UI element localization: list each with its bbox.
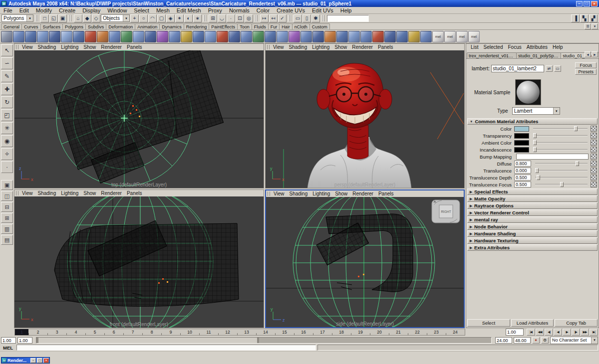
shelf-icon[interactable]: mel (468, 31, 480, 42)
ae-menu-item[interactable]: Selected (481, 44, 506, 50)
select-tool-icon[interactable]: ↖ (1, 44, 13, 56)
viewport-persp-canvas[interactable]: x y persp (defaultRenderLayer) (266, 50, 464, 188)
animation-end-field[interactable]: 48.00 (514, 337, 531, 344)
shelf-icon[interactable] (13, 31, 24, 42)
timeline-frame[interactable]: 17 (313, 329, 332, 335)
shelf-icon[interactable] (169, 31, 180, 42)
shelf-icon[interactable] (121, 31, 132, 42)
panel-grip-icon[interactable] (268, 191, 270, 196)
timeline-frame[interactable]: 22 (408, 329, 427, 335)
texture-map-button[interactable] (591, 175, 597, 181)
slider-handle[interactable] (535, 168, 539, 173)
shelf-icon[interactable] (217, 31, 228, 42)
viewport-menu-item[interactable]: Panels (375, 44, 396, 50)
tab-scroll-right-icon[interactable]: ► (592, 51, 598, 57)
shelf-tab[interactable]: PaintEffects (209, 23, 238, 29)
show-list-icon[interactable]: ⇄ (546, 65, 553, 72)
quick-input-field[interactable] (327, 15, 369, 22)
texture-map-button[interactable] (591, 182, 597, 187)
mask-dynamics-icon[interactable]: ✶ (175, 14, 184, 22)
shelf-icon[interactable] (205, 31, 216, 42)
viewport-side[interactable]: ViewShadingLightingShowRendererPanels (265, 189, 465, 328)
maximize-icon[interactable]: □ (584, 1, 590, 6)
shelf-tab[interactable]: Fluids (252, 23, 269, 29)
color-swatch[interactable] (514, 133, 529, 139)
snap-to-grid-icon[interactable]: ⊞ (209, 14, 217, 22)
viewport-menu-item[interactable]: Show (332, 44, 349, 50)
ae-section-header[interactable]: ▶ Extra Attributes (467, 244, 598, 251)
three-pane-layout-button[interactable]: ▥ (1, 224, 13, 234)
timeline-frame[interactable]: 12 (218, 329, 237, 335)
shelf-icon[interactable] (229, 31, 240, 42)
timeline-frame[interactable]: 3 (47, 329, 66, 335)
selection-mask-dropdown[interactable]: Objects ▾ (101, 14, 130, 22)
timeline-frame[interactable]: 11 (199, 329, 218, 335)
render-settings-icon[interactable]: ✱ (311, 14, 320, 22)
viewport-menu-item[interactable]: Renderer (350, 191, 376, 196)
save-scene-icon[interactable]: ▣ (58, 14, 67, 22)
shelf-tab[interactable]: General (1, 23, 22, 29)
attr-slider[interactable] (535, 175, 588, 181)
shelf-tab[interactable]: Fur (268, 23, 280, 29)
timeline-frame[interactable]: 23 (427, 329, 446, 335)
ae-section-header[interactable]: ▶ Raytrace Options (467, 202, 598, 209)
menu-item[interactable]: Proxy (205, 7, 226, 13)
color-swatch[interactable] (514, 140, 529, 146)
ae-section-header[interactable]: ▶ Hardware Shading (467, 230, 598, 237)
animation-preferences-icon[interactable]: ⚙ (541, 337, 549, 344)
step-forward-frame-button[interactable]: ▶▶ (581, 329, 589, 336)
slider-handle[interactable] (533, 140, 537, 145)
color-swatch[interactable] (514, 126, 529, 132)
shelf-icon[interactable] (241, 31, 252, 42)
menu-item[interactable]: Create (55, 7, 79, 13)
mask-deformers-icon[interactable]: ◈ (166, 14, 175, 22)
toolbar-grip[interactable] (35, 15, 38, 21)
attr-value-field[interactable]: 0.000 (514, 168, 531, 174)
shelf-icon[interactable] (408, 31, 420, 42)
caricature-head[interactable] (317, 63, 392, 131)
viewport-menu-item[interactable]: Lighting (309, 44, 332, 50)
close-icon[interactable]: × (43, 358, 49, 363)
snap-to-curve-icon[interactable]: ◡ (218, 14, 226, 22)
menu-item[interactable]: Select (130, 7, 153, 13)
shelf-tab[interactable]: Rendering (184, 23, 210, 29)
open-scene-icon[interactable]: ◱ (49, 14, 58, 22)
select-object-icon[interactable]: ◆ (83, 14, 91, 22)
make-live-icon[interactable]: ◎ (245, 14, 253, 22)
viewport-top[interactable]: ViewShadingLightingShowRendererPanels (14, 43, 264, 188)
select-hierarchy-icon[interactable]: ⌂ (74, 14, 82, 22)
shelf-icon[interactable] (420, 31, 432, 42)
texture-map-button[interactable] (591, 133, 597, 139)
mel-label[interactable]: MEL (1, 345, 15, 351)
texture-map-button[interactable] (591, 154, 597, 160)
soft-mod-tool-icon[interactable]: ◉ (1, 135, 13, 147)
shelf-tab[interactable]: Deformation (106, 23, 135, 29)
toggle-tool-settings-icon[interactable]: ▚ (580, 14, 589, 22)
single-pane-layout-button[interactable]: ▣ (1, 180, 13, 190)
slider-handle[interactable] (537, 175, 540, 180)
current-frame-marker[interactable]: 1 (15, 329, 28, 335)
shelf-icon[interactable] (289, 31, 300, 42)
copy-tab-button[interactable]: Copy Tab (555, 319, 598, 327)
panel-grip-icon[interactable] (16, 45, 18, 49)
shelf-icon[interactable]: mel (456, 31, 468, 42)
attr-value-field[interactable]: 0.500 (514, 175, 531, 181)
rotate-tool-icon[interactable]: ↻ (1, 96, 13, 108)
ae-section-header[interactable]: ▶ Special Effects (467, 188, 598, 195)
viewport-menu-item[interactable]: Shading (287, 191, 310, 196)
shelf-icon[interactable] (97, 31, 108, 42)
shelf-icon[interactable] (336, 31, 348, 42)
viewport-menu-item[interactable]: Panels (124, 44, 145, 50)
two-pane-side-layout-button[interactable]: ◫ (1, 191, 13, 201)
menu-item[interactable]: Edit Mesh (173, 7, 205, 13)
timeline-frame[interactable]: 24 (446, 329, 465, 335)
step-back-frame-button[interactable]: ◀◀ (536, 329, 544, 336)
mask-handles-icon[interactable]: + (130, 14, 139, 22)
title-bar[interactable]: M Autodesk Maya 2008 x64: N:\Backup\D\WI… (0, 0, 599, 7)
attr-slider[interactable] (533, 147, 588, 153)
load-attributes-button[interactable]: Load Attributes (511, 319, 554, 327)
mask-joints-icon[interactable]: ○ (139, 14, 148, 22)
viewport-menu-item[interactable]: View (271, 191, 287, 196)
toggle-channel-box-icon[interactable]: ▞ (589, 14, 598, 22)
timeline-frame[interactable]: 2 (28, 329, 47, 335)
